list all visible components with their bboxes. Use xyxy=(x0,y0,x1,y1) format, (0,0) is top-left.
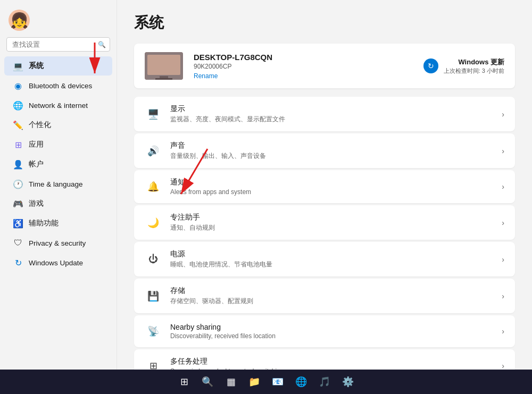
sidebar-item-label-system: 系统 xyxy=(29,61,44,71)
setting-item-nearby[interactable]: 📡 Nearby sharing Discoverability, receiv… xyxy=(134,315,515,347)
display-texts: 显示 监视器、亮度、夜间模式、显示配置文件 xyxy=(170,104,502,124)
sound-texts: 声音 音量级别、输出、输入、声音设备 xyxy=(170,141,502,161)
focus-texts: 专注助手 通知、自动规则 xyxy=(170,213,502,232)
sidebar-item-label-personalize: 个性化 xyxy=(29,120,51,130)
sound-title: 声音 xyxy=(170,141,502,150)
notifications-texts: 通知 Alerts from apps and system xyxy=(170,178,502,196)
search-icon: 🔍 xyxy=(98,41,106,48)
windows-update-title: Windows 更新 xyxy=(444,57,504,67)
multitask-chevron: › xyxy=(502,362,504,370)
sidebar: 👧 🔍 💻系统◉Bluetooth & devices🌐Network & in… xyxy=(0,0,117,370)
svg-rect-3 xyxy=(155,78,172,80)
sidebar-item-label-gaming: 游戏 xyxy=(29,199,44,208)
nearby-icon: 📡 xyxy=(145,323,162,340)
display-icon: 🖥️ xyxy=(145,106,162,123)
main-content: 系统 DESKTOP-L7G8CQN 90K20006CP Rename xyxy=(117,0,532,370)
bluetooth-icon: ◉ xyxy=(13,80,23,91)
taskbar-files-icon[interactable]: 📁 xyxy=(246,373,263,390)
search-input[interactable] xyxy=(6,37,110,52)
sidebar-item-bluetooth[interactable]: ◉Bluetooth & devices xyxy=(4,76,112,95)
taskbar-browser-icon[interactable]: 🌐 xyxy=(293,373,310,390)
device-name: DESKTOP-L7G8CQN xyxy=(194,53,423,62)
sidebar-item-label-time: Time & language xyxy=(29,180,83,188)
storage-title: 存储 xyxy=(170,286,502,296)
setting-item-display[interactable]: 🖥️ 显示 监视器、亮度、夜间模式、显示配置文件 › xyxy=(134,97,515,131)
setting-item-sound[interactable]: 🔊 声音 音量级别、输出、输入、声音设备 › xyxy=(134,133,515,168)
personalize-icon: ✏️ xyxy=(13,120,23,130)
svg-rect-2 xyxy=(160,76,168,78)
power-desc: 睡眠、电池使用情况、节省电池电量 xyxy=(170,260,502,269)
avatar: 👧 xyxy=(9,10,30,31)
sidebar-item-accounts[interactable]: 👤帐户 xyxy=(4,155,112,174)
windowsupdate-icon: ↻ xyxy=(13,257,23,268)
power-icon: ⏻ xyxy=(145,251,162,268)
sidebar-item-privacy[interactable]: 🛡Privacy & security xyxy=(4,233,112,253)
system-icon: 💻 xyxy=(13,61,23,71)
sound-chevron: › xyxy=(502,147,504,155)
sidebar-item-label-accessibility: 辅助功能 xyxy=(29,219,59,228)
settings-list: 🖥️ 显示 监视器、亮度、夜间模式、显示配置文件 › 🔊 声音 音量级别、输出、… xyxy=(134,97,515,370)
storage-chevron: › xyxy=(502,292,504,300)
multitask-texts: 多任务处理 Snap windows, desktops, task switc… xyxy=(170,357,502,370)
sidebar-item-label-bluetooth: Bluetooth & devices xyxy=(29,82,92,90)
page-title: 系统 xyxy=(134,13,515,33)
nearby-chevron: › xyxy=(502,327,504,336)
focus-title: 专注助手 xyxy=(170,213,502,222)
setting-item-focus[interactable]: 🌙 专注助手 通知、自动规则 › xyxy=(134,205,515,240)
windows-update-icon: ↻ xyxy=(423,58,438,73)
setting-item-storage[interactable]: 💾 存储 存储空间、驱动器、配置规则 › xyxy=(134,279,515,313)
multitask-icon: ⊞ xyxy=(145,357,162,370)
power-title: 电源 xyxy=(170,249,502,259)
windows-update-subtitle: 上次检查时间: 3 小时前 xyxy=(444,67,504,75)
device-rename-link[interactable]: Rename xyxy=(194,72,423,80)
search-box[interactable]: 🔍 xyxy=(6,37,110,52)
sidebar-item-apps[interactable]: ⊞应用 xyxy=(4,135,112,154)
multitask-title: 多任务处理 xyxy=(170,357,502,366)
windows-update-badge: ↻ Windows 更新 上次检查时间: 3 小时前 xyxy=(423,57,504,75)
power-texts: 电源 睡眠、电池使用情况、节省电池电量 xyxy=(170,249,502,269)
taskbar-search-icon[interactable]: 🔍 xyxy=(199,373,216,390)
sidebar-item-accessibility[interactable]: ♿辅助功能 xyxy=(4,214,112,233)
sidebar-item-gaming[interactable]: 🎮游戏 xyxy=(4,194,112,213)
time-icon: 🕐 xyxy=(13,179,23,189)
gaming-icon: 🎮 xyxy=(13,198,23,209)
power-chevron: › xyxy=(502,255,504,264)
focus-desc: 通知、自动规则 xyxy=(170,223,502,232)
device-info: DESKTOP-L7G8CQN 90K20006CP Rename xyxy=(194,53,423,80)
taskbar-music-icon[interactable]: 🎵 xyxy=(316,373,333,390)
device-card: DESKTOP-L7G8CQN 90K20006CP Rename ↻ Wind… xyxy=(134,44,515,88)
nearby-title: Nearby sharing xyxy=(170,323,502,331)
device-id: 90K20006CP xyxy=(194,63,423,70)
taskbar-taskview-icon[interactable]: ▦ xyxy=(222,373,239,390)
storage-texts: 存储 存储空间、驱动器、配置规则 xyxy=(170,286,502,306)
nav-list: 💻系统◉Bluetooth & devices🌐Network & intern… xyxy=(0,56,117,273)
setting-item-multitask[interactable]: ⊞ 多任务处理 Snap windows, desktops, task swi… xyxy=(134,349,515,370)
device-thumbnail xyxy=(145,52,183,80)
sidebar-item-personalize[interactable]: ✏️个性化 xyxy=(4,115,112,135)
svg-rect-1 xyxy=(147,55,180,75)
focus-icon: 🌙 xyxy=(145,214,162,231)
display-title: 显示 xyxy=(170,104,502,114)
sidebar-item-system[interactable]: 💻系统 xyxy=(4,56,112,76)
taskbar-settings-icon[interactable]: ⚙️ xyxy=(339,373,356,390)
notifications-desc: Alerts from apps and system xyxy=(170,188,502,196)
setting-item-notifications[interactable]: 🔔 通知 Alerts from apps and system › xyxy=(134,170,515,203)
sidebar-item-windowsupdate[interactable]: ↻Windows Update xyxy=(4,253,112,272)
taskbar: ⊞🔍▦📁📧🌐🎵⚙️ xyxy=(0,370,532,394)
display-desc: 监视器、亮度、夜间模式、显示配置文件 xyxy=(170,115,502,124)
sidebar-item-label-apps: 应用 xyxy=(29,140,44,149)
windows-update-info: Windows 更新 上次检查时间: 3 小时前 xyxy=(444,57,504,75)
taskbar-windows-icon[interactable]: ⊞ xyxy=(176,373,193,390)
privacy-icon: 🛡 xyxy=(13,238,23,248)
sidebar-item-time[interactable]: 🕐Time & language xyxy=(4,174,112,194)
storage-icon: 💾 xyxy=(145,288,162,305)
setting-item-power[interactable]: ⏻ 电源 睡眠、电池使用情况、节省电池电量 › xyxy=(134,242,515,276)
sidebar-item-network[interactable]: 🌐Network & internet xyxy=(4,96,112,115)
accounts-icon: 👤 xyxy=(13,159,23,170)
sound-icon: 🔊 xyxy=(145,142,162,160)
taskbar-mail-icon[interactable]: 📧 xyxy=(269,373,286,390)
storage-desc: 存储空间、驱动器、配置规则 xyxy=(170,297,502,306)
notifications-chevron: › xyxy=(502,182,504,191)
sidebar-top: 👧 xyxy=(0,5,117,37)
display-chevron: › xyxy=(502,110,504,119)
